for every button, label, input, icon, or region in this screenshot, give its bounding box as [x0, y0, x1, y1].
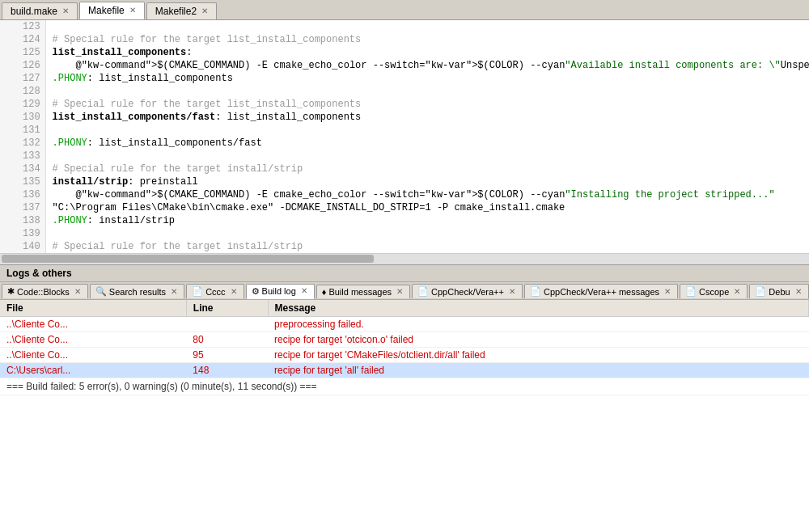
code-line-127: .PHONY : list_install_components: [46, 72, 809, 85]
code-line-135: install/strip: preinstall: [46, 175, 809, 188]
log-cell-message: recipe for target 'CMakeFiles/otclient.d…: [268, 347, 809, 362]
log-row[interactable]: ..\Cliente Co...preprocessing failed.: [0, 316, 809, 331]
tab-label: Makefile2: [155, 6, 197, 17]
log-cell-message: preprocessing failed.: [268, 316, 809, 331]
line-num-132: 132: [5, 137, 40, 150]
logs-bar-label: Logs & others: [6, 268, 72, 279]
col-message: Message: [268, 300, 809, 317]
log-row[interactable]: C:\Users\carl...148recipe for target 'al…: [0, 362, 809, 378]
line-num-123: 123: [5, 20, 40, 33]
tab-icon: ♦: [322, 287, 327, 297]
code-line-133: [46, 150, 809, 163]
code-line-128: [46, 85, 809, 98]
log-table-area[interactable]: FileLineMessage ..\Cliente Co...preproce…: [0, 300, 809, 533]
tab-icon: 📄: [192, 286, 203, 297]
bottom-tab-cccc[interactable]: 📄Cccc✕: [186, 284, 244, 298]
bottom-tab-label: Build log: [262, 286, 296, 296]
h-scroll-thumb[interactable]: [2, 255, 374, 263]
code-line-130: list_install_components/fast: list_insta…: [46, 111, 809, 124]
tab-label: Makefile: [88, 5, 125, 16]
code-lines: # Special rule for the target list_insta…: [46, 20, 809, 253]
line-num-133: 133: [5, 150, 40, 163]
log-cell-file: ..\Cliente Co...: [0, 316, 186, 331]
log-cell-line: 80: [186, 331, 268, 347]
bottom-tab-debu[interactable]: 📄Debu✕: [749, 284, 808, 298]
tab-icon: ⚙: [252, 286, 260, 297]
tab-close-btn[interactable]: ✕: [129, 6, 136, 15]
line-num-135: 135: [5, 175, 40, 188]
bottom-tab-close[interactable]: ✕: [171, 288, 177, 296]
line-num-138: 138: [5, 214, 40, 227]
bottom-tab-close[interactable]: ✕: [74, 288, 81, 296]
bottom-tab-label: CppCheck/Vera++: [431, 287, 504, 297]
log-row[interactable]: === Build failed: 5 error(s), 0 warning(…: [0, 378, 809, 395]
bottom-tab-close[interactable]: ✕: [231, 288, 237, 296]
line-num-124: 124: [5, 33, 40, 46]
bottom-tab-label: Code::Blocks: [17, 287, 70, 297]
bottom-tab-label: Cscope: [699, 287, 729, 297]
bottom-tab-build-log[interactable]: ⚙Build log✕: [246, 284, 315, 299]
code-line-139: [46, 227, 809, 240]
log-cell-line: 95: [186, 347, 268, 362]
code-line-138: .PHONY : install/strip: [46, 214, 809, 227]
logs-bar: Logs & others: [0, 264, 809, 282]
tab-close-btn[interactable]: ✕: [201, 7, 208, 15]
line-num-140: 140: [5, 240, 40, 253]
code-line-126: @"kw-command">$(CMAKE_COMMAND) -E cmake_…: [46, 59, 809, 72]
line-num-129: 129: [5, 98, 40, 111]
bottom-tab-close[interactable]: ✕: [795, 288, 802, 296]
bottom-tab-code--blocks[interactable]: ✱Code::Blocks✕: [2, 284, 88, 298]
log-cell-line: [186, 316, 268, 331]
log-row[interactable]: ..\Cliente Co...95recipe for target 'CMa…: [0, 347, 809, 362]
bottom-tab-label: Build messages: [328, 287, 392, 297]
tab-close-btn[interactable]: ✕: [62, 7, 69, 15]
log-cell-line: 148: [186, 362, 268, 378]
editor-area[interactable]: 1231241251261271281291301311321331341351…: [0, 20, 809, 253]
code-line-129: # Special rule for the target list_insta…: [46, 98, 809, 111]
line-num-125: 125: [5, 46, 40, 59]
code-line-132: .PHONY : list_install_components/fast: [46, 137, 809, 150]
line-numbers: 1231241251261271281291301311321331341351…: [0, 20, 46, 253]
bottom-tab-cppcheck-vera--[interactable]: 📄CppCheck/Vera++✕: [412, 284, 523, 298]
code-line-123: [46, 20, 809, 33]
bottom-tab-label: Search results: [109, 287, 166, 297]
bottom-tab-label: CppCheck/Vera++ messages: [544, 287, 659, 297]
tab-makefile[interactable]: Makefile✕: [79, 2, 145, 19]
tab-icon: 📄: [685, 286, 697, 297]
line-num-127: 127: [5, 72, 40, 85]
code-content: 1231241251261271281291301311321331341351…: [0, 20, 809, 253]
bottom-tab-close[interactable]: ✕: [664, 288, 671, 296]
tab-icon: ✱: [7, 286, 15, 297]
col-file: File: [0, 300, 186, 317]
bottom-tab-close[interactable]: ✕: [509, 288, 515, 296]
code-line-140: # Special rule for the target install/st…: [46, 240, 809, 253]
bottom-tab-search-results[interactable]: 🔍Search results✕: [90, 284, 184, 298]
line-num-128: 128: [5, 85, 40, 98]
log-summary: === Build failed: 5 error(s), 0 warning(…: [0, 378, 809, 395]
code-line-131: [46, 124, 809, 137]
bottom-tab-close[interactable]: ✕: [734, 288, 740, 296]
h-scroll-bar[interactable]: [0, 253, 809, 264]
log-table: FileLineMessage ..\Cliente Co...preproce…: [0, 300, 809, 395]
line-num-126: 126: [5, 59, 40, 72]
tab-label: build.make: [11, 6, 57, 17]
log-cell-file: C:\Users\carl...: [0, 362, 186, 378]
tab-makefile2[interactable]: Makefile2✕: [146, 2, 217, 19]
bottom-tab-close[interactable]: ✕: [301, 287, 307, 295]
line-num-136: 136: [5, 188, 40, 201]
log-row[interactable]: ..\Cliente Co...80recipe for target 'otc…: [0, 331, 809, 347]
tab-icon: 📄: [530, 286, 541, 297]
log-cell-file: ..\Cliente Co...: [0, 347, 186, 362]
line-num-139: 139: [5, 227, 40, 240]
bottom-tab-bar: ✱Code::Blocks✕🔍Search results✕📄Cccc✕⚙Bui…: [0, 282, 809, 300]
tab-icon: 📄: [755, 286, 766, 297]
bottom-tab-close[interactable]: ✕: [396, 288, 403, 296]
tab-build-make[interactable]: build.make✕: [2, 2, 78, 19]
bottom-tab-cscope[interactable]: 📄Cscope✕: [680, 284, 748, 298]
bottom-tab-build-messages[interactable]: ♦Build messages✕: [316, 285, 410, 298]
line-num-131: 131: [5, 124, 40, 137]
log-table-body: ..\Cliente Co...preprocessing failed...\…: [0, 316, 809, 395]
tab-icon: 📄: [417, 286, 429, 297]
tab-icon: 🔍: [95, 286, 107, 297]
bottom-tab-cppcheck-vera---messages[interactable]: 📄CppCheck/Vera++ messages✕: [524, 284, 678, 298]
